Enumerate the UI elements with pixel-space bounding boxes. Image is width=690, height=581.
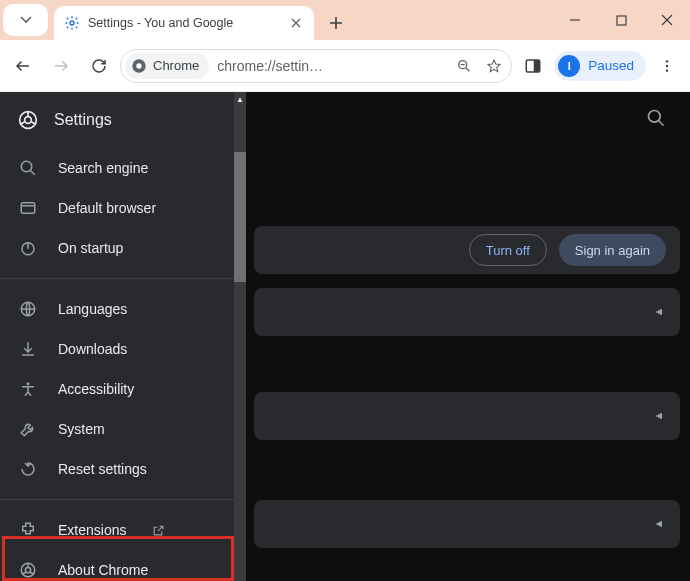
sidebar-item-system[interactable]: System [0, 409, 246, 449]
avatar: I [558, 55, 580, 77]
sidebar-item-search-engine[interactable]: Search engine [0, 148, 246, 188]
sidebar-item-label: Languages [58, 301, 127, 317]
sign-in-again-button[interactable]: Sign in again [559, 234, 666, 266]
settings-search-button[interactable] [646, 108, 666, 128]
svg-point-19 [649, 111, 661, 123]
chevron-right-icon: ▲ [653, 519, 665, 530]
power-icon [18, 238, 38, 258]
star-icon [486, 58, 502, 74]
sidebar-item-accessibility[interactable]: Accessibility [0, 369, 246, 409]
site-chip[interactable]: Chrome [125, 53, 209, 79]
profile-chip[interactable]: I Paused [554, 51, 646, 81]
chrome-icon [18, 560, 38, 580]
minimize-icon [569, 14, 581, 26]
forward-button[interactable] [44, 49, 78, 83]
maximize-button[interactable] [598, 0, 644, 40]
sidebar-item-extensions[interactable]: Extensions [0, 510, 246, 550]
accessibility-icon [18, 379, 38, 399]
download-icon [18, 339, 38, 359]
chevron-right-icon: ▲ [653, 307, 665, 318]
svg-rect-13 [21, 203, 35, 214]
bookmark-button[interactable] [483, 55, 505, 77]
settings-row[interactable]: ▲ [254, 500, 680, 548]
close-window-button[interactable] [644, 0, 690, 40]
svg-point-8 [666, 64, 668, 66]
scrollbar-up-button[interactable]: ▲ [234, 92, 246, 106]
zoom-button[interactable] [453, 55, 475, 77]
sidebar-item-label: About Chrome [58, 562, 148, 578]
side-panel-button[interactable] [516, 49, 550, 83]
svg-point-7 [666, 60, 668, 62]
svg-point-16 [27, 382, 30, 385]
side-panel-icon [524, 57, 542, 75]
svg-rect-1 [617, 16, 626, 25]
external-link-icon [152, 524, 165, 537]
sidebar-item-languages[interactable]: Languages [0, 289, 246, 329]
sidebar-item-about-chrome[interactable]: About Chrome [0, 550, 246, 581]
minimize-button[interactable] [552, 0, 598, 40]
sidebar-item-label: Search engine [58, 160, 148, 176]
sidebar-item-reset-settings[interactable]: Reset settings [0, 449, 246, 489]
tab-title: Settings - You and Google [88, 16, 280, 30]
url-text: chrome://settin… [217, 58, 445, 74]
chrome-icon [131, 58, 147, 74]
sidebar-item-label: Default browser [58, 200, 156, 216]
settings-content: ▲ Settings Search engine Default browser… [0, 92, 690, 581]
maximize-icon [616, 15, 627, 26]
tab-close-button[interactable] [288, 15, 304, 31]
svg-point-0 [70, 21, 74, 25]
globe-icon [18, 299, 38, 319]
chevron-down-icon [20, 14, 32, 26]
tab-search-button[interactable] [3, 4, 48, 36]
sidebar-item-label: Reset settings [58, 461, 147, 477]
browser-tab[interactable]: Settings - You and Google [54, 6, 314, 40]
reload-button[interactable] [82, 49, 116, 83]
settings-gear-icon [64, 15, 80, 31]
extensions-icon [18, 520, 38, 540]
search-icon [18, 158, 38, 178]
sidebar-item-label: Accessibility [58, 381, 134, 397]
settings-main: Turn off Sign in again ▲ ▲ ▲ [246, 92, 690, 581]
sidebar-item-label: System [58, 421, 105, 437]
title-bar: Settings - You and Google [0, 0, 690, 40]
zoom-icon [456, 58, 472, 74]
svg-point-3 [136, 63, 141, 68]
turn-off-button[interactable]: Turn off [469, 234, 547, 266]
sync-actions-card: Turn off Sign in again [254, 226, 680, 274]
sidebar-item-default-browser[interactable]: Default browser [0, 188, 246, 228]
plus-icon [329, 16, 343, 30]
sidebar-item-downloads[interactable]: Downloads [0, 329, 246, 369]
address-bar[interactable]: Chrome chrome://settin… [120, 49, 512, 83]
svg-point-12 [21, 161, 32, 172]
search-icon [646, 108, 666, 128]
browser-icon [18, 198, 38, 218]
reload-icon [90, 57, 108, 75]
sidebar-separator [0, 278, 246, 279]
svg-point-18 [25, 567, 30, 572]
arrow-right-icon [52, 57, 70, 75]
close-icon [661, 14, 673, 26]
wrench-icon [18, 419, 38, 439]
sidebar-item-on-startup[interactable]: On startup [0, 228, 246, 268]
svg-point-11 [25, 117, 32, 124]
sidebar-item-label: Downloads [58, 341, 127, 357]
svg-rect-6 [534, 60, 540, 72]
back-button[interactable] [6, 49, 40, 83]
reset-icon [18, 459, 38, 479]
kebab-icon [659, 58, 675, 74]
window-controls [552, 0, 690, 40]
svg-point-9 [666, 69, 668, 71]
chevron-right-icon: ▲ [653, 411, 665, 422]
settings-row[interactable]: ▲ [254, 288, 680, 336]
menu-button[interactable] [650, 49, 684, 83]
close-icon [291, 18, 301, 28]
sidebar-item-label: Extensions [58, 522, 126, 538]
arrow-left-icon [14, 57, 32, 75]
new-tab-button[interactable] [322, 9, 350, 37]
sidebar-item-label: On startup [58, 240, 123, 256]
site-chip-label: Chrome [153, 58, 199, 73]
settings-row[interactable]: ▲ [254, 392, 680, 440]
sidebar-separator [0, 499, 246, 500]
settings-sidebar: ▲ Settings Search engine Default browser… [0, 92, 246, 581]
settings-header: Settings [0, 92, 246, 148]
